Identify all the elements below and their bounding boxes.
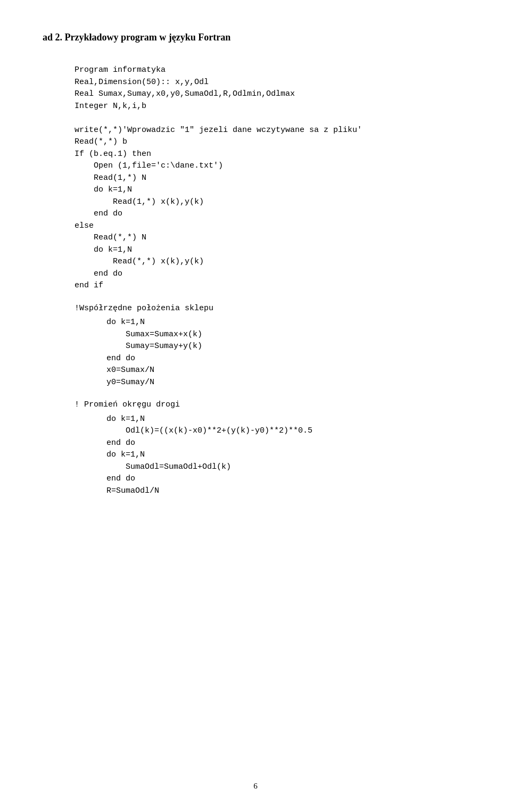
page-title: ad 2. Przykładowy program w języku Fortr… — [43, 32, 468, 43]
comment-section-2: ! Promień okręgu drogi — [75, 399, 468, 411]
code-section-2: do k=1,N Odl(k)=((x(k)-x0)**2+(y(k)-y0)*… — [106, 413, 468, 498]
comment-section-1: !Współrzędne położenia sklepu — [75, 303, 468, 315]
page-number: 6 — [253, 782, 258, 791]
code-section-1: do k=1,N Sumax=Sumax+x(k) Sumay=Sumay+y(… — [106, 317, 468, 388]
main-code-block: Program informatyka Real,Dimension(50)::… — [75, 64, 468, 292]
